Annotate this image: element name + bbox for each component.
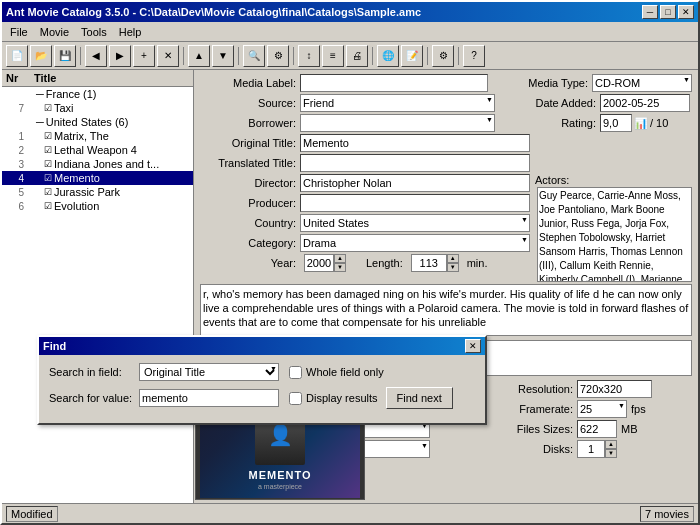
list-item[interactable]: 2 ☑ Lethal Weapon 4 (2, 143, 193, 157)
search-in-field-select[interactable]: Original Title (139, 363, 279, 381)
original-title-label: Original Title: (200, 137, 300, 149)
list-item[interactable]: ─ France (1) (2, 87, 193, 101)
rating-icon: 📊 (634, 117, 648, 130)
filter-button[interactable]: ⚙ (267, 45, 289, 67)
producer-label: Producer: (200, 197, 300, 209)
year-spinner: ▲ ▼ (304, 254, 346, 272)
framerate-label: Framerate: (492, 403, 577, 415)
preferences-button[interactable]: ⚙ (432, 45, 454, 67)
menu-help[interactable]: Help (113, 24, 148, 40)
search-for-value-input[interactable] (139, 389, 279, 407)
menu-tools[interactable]: Tools (75, 24, 113, 40)
new-button[interactable]: 📄 (6, 45, 28, 67)
checkbox-icon: ☑ (44, 201, 52, 211)
list-item[interactable]: 1 ☑ Matrix, The (2, 129, 193, 143)
length-down-button[interactable]: ▼ (447, 263, 459, 272)
borrower-label: Borrower: (200, 117, 300, 129)
delete-button[interactable]: ✕ (157, 45, 179, 67)
country-row: Country: United States (200, 214, 531, 232)
media-type-select[interactable]: CD-ROM (592, 74, 692, 92)
window-controls: ─ □ ✕ (642, 5, 694, 19)
disks-down[interactable]: ▼ (605, 449, 617, 458)
producer-input[interactable] (300, 194, 530, 212)
media-label-label: Media Label: (200, 77, 300, 89)
menu-file[interactable]: File (4, 24, 34, 40)
maximize-button[interactable]: □ (660, 5, 676, 19)
year-up-button[interactable]: ▲ (334, 254, 346, 263)
details-panel: Media Label: Media Type: CD-ROM Source: (194, 70, 698, 503)
length-label: Length: (366, 257, 403, 269)
prev-button[interactable]: ◀ (85, 45, 107, 67)
description-area[interactable]: r, who's memory has been damaged ning on… (200, 284, 692, 336)
director-label: Director: (200, 177, 300, 189)
list-item-selected[interactable]: 4 ☑ Memento (2, 171, 193, 185)
year-length-row: Year: ▲ ▼ Length: ▲ (200, 254, 531, 272)
print-button[interactable]: 🖨 (346, 45, 368, 67)
help-button[interactable]: ? (463, 45, 485, 67)
length-spinner: ▲ ▼ (411, 254, 459, 272)
whole-field-checkbox[interactable] (289, 366, 302, 379)
source-select[interactable]: Friend (300, 94, 495, 112)
resolution-row: Resolution: (492, 380, 692, 398)
file-sizes-input[interactable] (577, 420, 617, 438)
folder-icon: ─ (36, 116, 44, 128)
country-select[interactable]: United States (300, 214, 530, 232)
list-item[interactable]: ─ United States (6) (2, 115, 193, 129)
category-select[interactable]: Drama (300, 234, 530, 252)
translated-title-input[interactable] (300, 154, 530, 172)
length-unit: min. (467, 257, 488, 269)
group-button[interactable]: ≡ (322, 45, 344, 67)
checkbox-icon: ☑ (44, 187, 52, 197)
year-input[interactable] (304, 254, 334, 272)
close-button[interactable]: ✕ (678, 5, 694, 19)
list-item[interactable]: 5 ☑ Jurassic Park (2, 185, 193, 199)
menu-movie[interactable]: Movie (34, 24, 75, 40)
move-down-button[interactable]: ▼ (212, 45, 234, 67)
source-row: Source: Friend Date Added: (200, 94, 692, 112)
list-item[interactable]: 7 ☑ Taxi (2, 101, 193, 115)
find-dialog-close[interactable]: ✕ (465, 339, 481, 353)
list-item[interactable]: 6 ☑ Evolution (2, 199, 193, 213)
actors-label: Actors: (535, 174, 692, 186)
date-added-input[interactable] (600, 94, 690, 112)
disks-input[interactable] (577, 440, 605, 458)
description-text: r, who's memory has been damaged ning on… (203, 288, 688, 328)
actors-textarea[interactable] (537, 187, 692, 282)
sort-button[interactable]: ↕ (298, 45, 320, 67)
year-down-button[interactable]: ▼ (334, 263, 346, 272)
checkbox-icon: ☑ (44, 173, 52, 183)
next-button[interactable]: ▶ (109, 45, 131, 67)
search-button[interactable]: 🔍 (243, 45, 265, 67)
display-results-checkbox[interactable] (289, 392, 302, 405)
move-up-button[interactable]: ▲ (188, 45, 210, 67)
status-bar: Modified 7 movies (2, 503, 698, 523)
resolution-input[interactable] (577, 380, 652, 398)
internet-button[interactable]: 🌐 (377, 45, 399, 67)
date-added-label: Date Added: (515, 97, 600, 109)
rating-input[interactable] (600, 114, 632, 132)
find-next-button[interactable]: Find next (386, 387, 453, 409)
producer-row: Producer: (200, 194, 531, 212)
framerate-select[interactable]: 25 (577, 400, 627, 418)
main-window: Ant Movie Catalog 3.5.0 - C:\Data\Dev\Mo… (0, 0, 700, 525)
save-button[interactable]: 💾 (54, 45, 76, 67)
disks-row: Disks: ▲ ▼ (492, 440, 692, 458)
disks-up[interactable]: ▲ (605, 440, 617, 449)
length-input[interactable] (411, 254, 447, 272)
year-label: Year: (200, 257, 300, 269)
script-button[interactable]: 📝 (401, 45, 423, 67)
length-up-button[interactable]: ▲ (447, 254, 459, 263)
list-item[interactable]: 3 ☑ Indiana Jones and t... (2, 157, 193, 171)
media-type-label: Media Type: (507, 77, 592, 89)
borrower-select[interactable] (300, 114, 495, 132)
media-label-input[interactable] (300, 74, 488, 92)
minimize-button[interactable]: ─ (642, 5, 658, 19)
checkbox-icon: ☑ (44, 103, 52, 113)
original-title-input[interactable] (300, 134, 530, 152)
category-row: Category: Drama (200, 234, 531, 252)
display-results-label: Display results (306, 392, 378, 404)
add-button[interactable]: + (133, 45, 155, 67)
original-title-row: Original Title: (200, 134, 692, 152)
director-input[interactable] (300, 174, 530, 192)
open-button[interactable]: 📂 (30, 45, 52, 67)
